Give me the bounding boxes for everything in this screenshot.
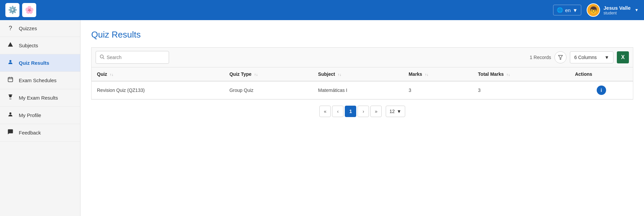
sidebar: ? Quizzes Subjects Quiz Results Exam Sch… [0, 20, 80, 216]
svg-rect-2 [8, 77, 13, 82]
table-header-row: Quiz ↑↓ Quiz Type ↑↓ Subject ↑↓ Marks [92, 67, 633, 81]
sidebar-label-my-profile: My Profile [19, 112, 41, 118]
chat-icon [7, 129, 14, 137]
quiz-results-icon [7, 59, 14, 67]
lang-dropdown-arrow: ▼ [573, 7, 578, 13]
cell-quiz-type: Group Quiz [224, 81, 313, 99]
user-name: Jesus Valle [603, 5, 631, 11]
sort-icon-total-marks: ↑↓ [506, 72, 510, 76]
header-logos: ⚙️ 🌸 [5, 3, 36, 17]
language-selector[interactable]: 🌐 en ▼ [553, 5, 582, 15]
excel-icon: X [621, 54, 625, 60]
col-header-subject[interactable]: Subject ↑↓ [313, 67, 403, 81]
svg-point-1 [9, 60, 11, 62]
next-page-button[interactable]: › [358, 106, 369, 117]
export-excel-button[interactable]: X [617, 51, 629, 63]
sort-icon-marks: ↑↓ [425, 72, 429, 76]
cell-marks: 3 [403, 81, 473, 99]
content-area: Quiz Results 1 Records 6 Columns ▼ X [80, 20, 644, 216]
profile-icon [7, 111, 14, 119]
results-table: Quiz ↑↓ Quiz Type ↑↓ Subject ↑↓ Marks [92, 67, 633, 99]
avatar: 👦 [587, 3, 600, 17]
col-header-quiz-type[interactable]: Quiz Type ↑↓ [224, 67, 313, 81]
header: ⚙️ 🌸 🌐 en ▼ 👦 Jesus Valle student ▼ [0, 0, 644, 20]
svg-marker-9 [558, 55, 562, 59]
lang-code: en [565, 7, 571, 13]
col-header-marks[interactable]: Marks ↑↓ [403, 67, 473, 81]
calendar-icon [7, 76, 14, 84]
results-table-wrapper: Quiz ↑↓ Quiz Type ↑↓ Subject ↑↓ Marks [91, 67, 633, 100]
search-input[interactable] [107, 55, 165, 60]
sort-icon-quiz: ↑↓ [110, 72, 113, 76]
first-page-button[interactable]: « [319, 106, 331, 117]
globe-icon: 🌐 [557, 7, 563, 13]
columns-label: 6 Columns [574, 55, 597, 60]
sidebar-label-quiz-results: Quiz Results [19, 60, 49, 66]
cell-quiz: Revision Quiz (QZ133) [92, 81, 224, 99]
per-page-value: 12 [389, 109, 395, 114]
trophy-icon [7, 94, 14, 102]
sidebar-item-subjects[interactable]: Subjects [0, 37, 80, 54]
search-icon [99, 54, 105, 61]
sort-icon-subject: ↑↓ [338, 72, 341, 76]
sidebar-item-quizzes[interactable]: ? Quizzes [0, 20, 80, 37]
pagination: « ‹ 1 › » 12 ▼ [91, 106, 633, 117]
last-page-button[interactable]: » [370, 106, 382, 117]
user-menu[interactable]: 👦 Jesus Valle student ▼ [587, 3, 639, 17]
col-header-quiz[interactable]: Quiz ↑↓ [92, 67, 224, 81]
svg-marker-0 [8, 42, 13, 47]
sidebar-item-feedback[interactable]: Feedback [0, 124, 80, 142]
svg-line-8 [103, 58, 104, 59]
svg-point-6 [9, 112, 11, 114]
search-container [96, 51, 169, 64]
cell-total-marks: 3 [473, 81, 570, 99]
toolbar: 1 Records 6 Columns ▼ X [91, 47, 633, 67]
per-page-chevron-icon: ▼ [397, 109, 401, 114]
logo-2[interactable]: 🌸 [22, 3, 36, 17]
sidebar-item-quiz-results[interactable]: Quiz Results [0, 54, 80, 72]
sidebar-label-exam-schedules: Exam Schedules [19, 77, 57, 83]
sidebar-label-feedback: Feedback [19, 130, 41, 136]
sidebar-label-subjects: Subjects [19, 43, 38, 48]
records-count: 1 Records [530, 55, 551, 60]
col-header-actions: Actions [570, 67, 633, 81]
sidebar-label-quizzes: Quizzes [19, 25, 37, 31]
table-row: Revision Quiz (QZ133) Group Quiz Matemát… [92, 81, 633, 99]
sidebar-item-my-exam-results[interactable]: My Exam Results [0, 89, 80, 107]
filter-button[interactable] [554, 51, 567, 63]
sidebar-item-exam-schedules[interactable]: Exam Schedules [0, 72, 80, 89]
cell-subject: Matemáticas I [313, 81, 403, 99]
user-role: student [603, 11, 616, 15]
current-page-button[interactable]: 1 [345, 106, 356, 117]
prev-page-button[interactable]: ‹ [332, 106, 343, 117]
question-icon: ? [7, 25, 14, 32]
columns-chevron-icon: ▼ [604, 55, 609, 60]
cell-actions: i [570, 81, 633, 99]
subjects-icon [7, 42, 14, 49]
sort-icon-quiz-type: ↑↓ [254, 72, 258, 76]
columns-dropdown[interactable]: 6 Columns ▼ [570, 51, 613, 63]
sidebar-item-my-profile[interactable]: My Profile [0, 107, 80, 124]
page-title: Quiz Results [91, 30, 633, 40]
sidebar-label-my-exam-results: My Exam Results [19, 95, 58, 101]
info-button[interactable]: i [597, 86, 606, 95]
main-layout: ? Quizzes Subjects Quiz Results Exam Sch… [0, 20, 644, 216]
user-dropdown-arrow: ▼ [635, 8, 639, 12]
user-info: Jesus Valle student [603, 5, 631, 15]
col-header-total-marks[interactable]: Total Marks ↑↓ [473, 67, 570, 81]
svg-point-7 [100, 55, 103, 58]
logo-1[interactable]: ⚙️ [5, 3, 19, 17]
per-page-dropdown[interactable]: 12 ▼ [386, 106, 405, 117]
